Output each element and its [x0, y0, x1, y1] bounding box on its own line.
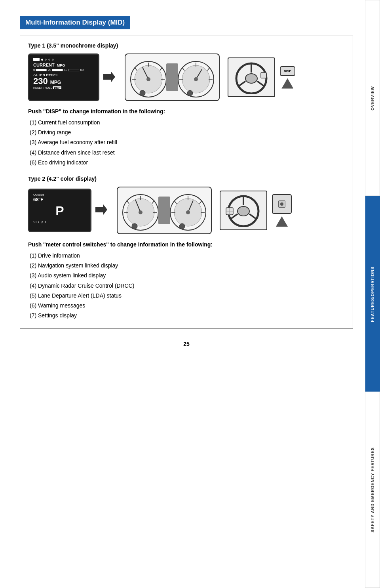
svg-line-24	[238, 81, 245, 86]
content-box: Type 1 (3.5" monochrome display) CURRENT…	[20, 36, 353, 329]
type2-mid-panel: Outside 68°F P ‹ i ♪ ♬ ›	[28, 189, 109, 232]
svg-line-34	[127, 200, 129, 204]
list-item: (4) Distance driven since last reset	[30, 148, 345, 158]
mid-color-gear: P	[33, 204, 86, 218]
type1-steering-box	[228, 57, 275, 97]
bar-seg2	[52, 69, 63, 71]
svg-line-44	[174, 200, 177, 204]
type1-mid-panel: CURRENT MPG 0 20 40 60 AFTER RESET	[28, 53, 117, 101]
list-item: (6) Eco driving indicator	[30, 158, 345, 168]
list-item: (1) Current fuel consumption	[30, 118, 345, 128]
type2-mid-display: Outside 68°F P ‹ i ♪ ♬ ›	[28, 189, 91, 232]
reset-label: RESET : HOLD	[33, 86, 53, 89]
up-arrow-button-2	[276, 216, 288, 227]
type1-info-list: (1) Current fuel consumption (2) Driving…	[30, 118, 345, 168]
outside-label: Outside	[33, 193, 86, 197]
list-item: (3) Average fuel economy after refill	[30, 137, 345, 147]
type1-right-panel: DISP	[228, 57, 295, 97]
type2-gauge-cluster	[117, 187, 212, 234]
type1-gauge-svg	[127, 55, 218, 99]
list-item: (3) Audio system linked display	[30, 271, 345, 281]
type2-info-list: (1) Drive information (2) Navigation sys…	[30, 251, 345, 321]
mid-current: CURRENT MPG	[33, 63, 94, 67]
list-item: (1) Drive information	[30, 251, 345, 261]
svg-line-16	[182, 67, 184, 71]
svg-point-9	[146, 77, 150, 81]
svg-line-25	[257, 81, 264, 86]
svg-rect-38	[158, 197, 170, 224]
svg-point-19	[194, 77, 198, 81]
type1-disp-button-area: DISP	[280, 66, 295, 89]
type2-display-row: Outside 68°F P ‹ i ♪ ♬ ›	[28, 187, 345, 234]
type2-control-button-area	[272, 194, 292, 227]
svg-marker-28	[95, 204, 107, 215]
type2-push-instruction: Push "meter control switches" to change …	[28, 241, 345, 248]
meter-control-switches	[272, 194, 292, 214]
svg-point-48	[132, 223, 137, 229]
type1-label: Type 1 (3.5" monochrome display)	[28, 42, 345, 49]
dot-rect	[33, 58, 40, 61]
mid-reset: RESET : HOLD DISP	[33, 86, 94, 89]
svg-point-26	[245, 74, 257, 83]
type1-gauge-cluster	[125, 53, 220, 101]
steering-wheel-svg	[232, 61, 271, 94]
disp-text: DISP	[284, 69, 291, 73]
mid-bar: 0 20 40 60	[33, 68, 94, 72]
svg-line-4	[160, 67, 162, 71]
svg-point-20	[140, 90, 145, 96]
list-item: (5) Lane Departure Alert (LDA) status	[30, 291, 345, 301]
mid-dots	[33, 58, 94, 61]
mid-color-temp: Outside 68°F	[33, 193, 86, 203]
svg-point-47	[186, 210, 190, 214]
type1-mid-display: CURRENT MPG 0 20 40 60 AFTER RESET	[28, 53, 99, 101]
sidebar-tab-safety[interactable]: SAFETY AND EMERGENCY FEATURES	[365, 392, 380, 588]
bar-seg1	[36, 69, 47, 71]
bar-label-40: 40	[64, 68, 67, 72]
bar-label-20: 20	[48, 68, 51, 72]
list-item: (4) Dynamic Radar Cruise Control (DRCC)	[30, 281, 345, 291]
type1-push-instruction: Push "DISP" to change information in the…	[28, 108, 345, 115]
arrow-icon	[103, 71, 115, 83]
type2-label: Type 2 (4.2" color display)	[28, 176, 345, 182]
right-sidebar: OVERVIEW FEATURES/OPERATIONS SAFETY AND …	[365, 0, 380, 588]
svg-point-54	[238, 206, 249, 216]
dot4	[52, 59, 54, 61]
dot1	[41, 59, 43, 61]
sidebar-tab-overview[interactable]: OVERVIEW	[365, 0, 380, 196]
svg-line-6	[135, 67, 137, 71]
type2-right-panel	[220, 191, 292, 230]
type1-display-row: CURRENT MPG 0 20 40 60 AFTER RESET	[28, 53, 345, 101]
svg-point-37	[139, 210, 142, 214]
big-number: 230	[33, 76, 48, 86]
svg-marker-0	[103, 72, 115, 82]
switch-center	[278, 200, 285, 208]
arrow-icon-2	[95, 204, 107, 216]
steering-wheel-svg-2	[224, 193, 263, 227]
temp-val: 68°F	[33, 197, 86, 203]
disp-button-outer: DISP	[280, 66, 295, 76]
list-item: (7) Settings display	[30, 311, 345, 321]
type2-gauge-svg	[119, 189, 210, 232]
switch-dot	[280, 202, 283, 206]
svg-line-14	[207, 67, 210, 71]
svg-line-53	[249, 214, 256, 219]
type2-steering-box	[220, 191, 267, 230]
dot3	[48, 59, 50, 61]
big-unit: MPG	[50, 80, 61, 85]
sidebar-tab-features[interactable]: FEATURES/OPERATIONS	[365, 196, 380, 392]
dot2	[45, 59, 47, 61]
mid-big-num: 230 MPG	[33, 77, 94, 86]
svg-rect-27	[261, 73, 266, 78]
main-content: Multi-Information Display (MID) Type 1 (…	[0, 0, 365, 588]
disp-button-label: DISP	[53, 86, 61, 89]
section-header: Multi-Information Display (MID)	[20, 16, 130, 29]
svg-rect-10	[166, 63, 178, 91]
list-item: (6) Warning messages	[30, 301, 345, 311]
page-number: 25	[20, 341, 353, 347]
mid-color-icons: ‹ i ♪ ♬ ›	[33, 220, 86, 224]
bar-label-60: 60	[80, 68, 84, 72]
svg-line-32	[152, 200, 154, 204]
current-unit: MPG	[57, 63, 65, 67]
svg-point-21	[187, 90, 193, 96]
bar-seg3	[68, 69, 79, 71]
